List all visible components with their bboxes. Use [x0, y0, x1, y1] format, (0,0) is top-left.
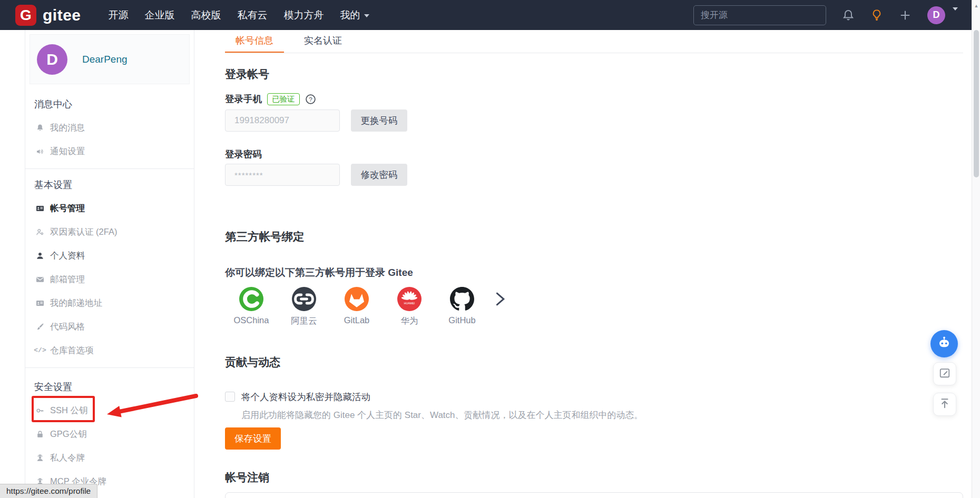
tabbar-divider [225, 53, 963, 53]
navbar-user-avatar[interactable]: D [927, 6, 945, 24]
provider-huawei[interactable]: HUAWEI 华为 [383, 287, 436, 327]
scrollbar-thumb[interactable] [974, 30, 979, 177]
bell-icon [35, 124, 45, 132]
sidebar-item-profile[interactable]: 个人资料 [25, 244, 194, 267]
sidebar-item-2fa[interactable]: 双因素认证 (2FA) [25, 220, 194, 244]
password-input[interactable] [225, 164, 340, 186]
provider-oschina[interactable]: OSChina [225, 287, 278, 327]
login-account-heading: 登录帐号 [225, 67, 269, 82]
third-party-providers: OSChina 阿里云 GitLab HU [225, 287, 488, 327]
nav-link-enterprise[interactable]: 企业版 [145, 8, 175, 22]
navbar-right: D [693, 0, 980, 30]
svg-text:HUAWEI: HUAWEI [404, 302, 415, 305]
verified-badge: 已验证 [267, 93, 300, 105]
nav-link-education[interactable]: 高校版 [191, 8, 221, 22]
top-navbar: G gitee 开源 企业版 高校版 私有云 模力方舟 我的 D [0, 0, 980, 30]
contribution-heading: 贡献与动态 [225, 355, 280, 370]
private-profile-checkbox[interactable] [225, 392, 235, 402]
sidebar-username-link[interactable]: DearPeng [82, 54, 128, 65]
assistant-button[interactable] [930, 330, 958, 357]
status-url: https://gitee.com/profile [6, 486, 91, 496]
account-cancel-panel [225, 492, 963, 498]
gitee-logo[interactable]: G gitee [15, 5, 81, 26]
avatar-caret-down-icon[interactable] [949, 11, 958, 20]
sidebar-avatar[interactable]: D [37, 44, 67, 75]
sidebar-item-notification-settings[interactable]: 通知设置 [25, 140, 194, 163]
page-scrollbar[interactable]: ▲ [972, 0, 980, 498]
nav-link-mine[interactable]: 我的 [340, 8, 369, 22]
brush-icon [35, 323, 45, 331]
sidebar-item-personal-tokens[interactable]: 私人令牌 [25, 446, 194, 470]
tab-account-info[interactable]: 帐号信息 [225, 30, 284, 53]
sidebar-section-basic: 基本设置 帐号管理 双因素认证 (2FA) 个人资料 邮箱管理 我的邮递地址 代… [25, 168, 194, 367]
change-password-button[interactable]: 修改密码 [351, 164, 407, 186]
search-input[interactable] [693, 5, 826, 25]
account-cancel-heading: 帐号注销 [225, 470, 269, 485]
sidebar-item-email-management[interactable]: 邮箱管理 [25, 267, 194, 291]
sidebar-item-account-management[interactable]: 帐号管理 [25, 196, 194, 220]
plus-icon[interactable] [899, 9, 912, 22]
github-icon [450, 287, 474, 311]
section-header: 安全设置 [25, 375, 194, 399]
back-to-top-button[interactable] [933, 393, 956, 416]
sidebar-user-card: D DearPeng [30, 34, 190, 84]
huawei-icon: HUAWEI [397, 287, 422, 311]
assistant-robot-icon [936, 335, 952, 353]
user-secret-icon [35, 454, 45, 462]
key-icon [35, 406, 45, 415]
svg-text:?: ? [309, 95, 312, 103]
provider-aliyun[interactable]: 阿里云 [278, 287, 330, 327]
section-header: 基本设置 [25, 173, 194, 196]
nav-link-modelark[interactable]: 模力方舟 [284, 8, 324, 22]
provider-github[interactable]: GitHub [436, 287, 488, 327]
scrollbar-up-icon[interactable]: ▲ [972, 3, 980, 8]
sidebar-item-code-style[interactable]: 代码风格 [25, 315, 194, 338]
edit-icon [939, 367, 950, 381]
sidebar-section-security: 安全设置 SSH 公钥 GPG公钥 私人令牌 MCP 企业令牌 [25, 367, 194, 498]
sidebar-item-my-messages[interactable]: 我的消息 [25, 116, 194, 140]
phone-input[interactable] [225, 109, 340, 132]
change-phone-button[interactable]: 更换号码 [351, 109, 407, 132]
gitee-logo-mark: G [15, 5, 36, 26]
tab-realname-verification[interactable]: 实名认证 [293, 30, 352, 53]
users-icon [35, 228, 45, 236]
lightbulb-icon[interactable] [870, 9, 883, 22]
navbar-links: 开源 企业版 高校版 私有云 模力方舟 我的 [109, 8, 369, 22]
oschina-icon [239, 287, 263, 311]
aliyun-icon [292, 287, 316, 311]
code-icon: </> [35, 346, 45, 354]
user-icon [35, 252, 45, 260]
password-label-row: 登录密码 [225, 148, 262, 161]
bell-icon[interactable] [842, 9, 855, 22]
private-profile-label: 将个人资料设为私密并隐藏活动 [241, 391, 370, 403]
help-icon[interactable]: ? [305, 94, 316, 105]
provider-gitlab[interactable]: GitLab [330, 287, 383, 327]
phone-label-row: 登录手机 已验证 ? [225, 93, 316, 105]
arrow-to-top-icon [939, 397, 950, 411]
password-label: 登录密码 [225, 148, 262, 161]
save-settings-button[interactable]: 保存设置 [225, 427, 281, 450]
caret-down-icon [364, 14, 369, 17]
address-card-icon [35, 299, 45, 307]
section-header: 消息中心 [25, 93, 194, 116]
feedback-button[interactable] [933, 362, 956, 385]
providers-chevron-right-icon[interactable] [493, 291, 508, 309]
lock-icon [35, 430, 45, 439]
nav-link-opensource[interactable]: 开源 [109, 8, 129, 22]
phone-label: 登录手机 [225, 93, 262, 105]
profile-tabs: 帐号信息 实名认证 [225, 30, 352, 53]
speaker-icon [35, 147, 45, 156]
third-party-subheading: 你可以绑定以下第三方帐号用于登录 Gitee [225, 266, 413, 280]
mail-icon [35, 275, 45, 284]
gitlab-icon [345, 287, 369, 311]
sidebar-item-repo-preferences[interactable]: </> 仓库首选项 [25, 338, 194, 362]
browser-status-bubble: https://gitee.com/profile [0, 484, 97, 498]
settings-sidebar: D DearPeng 消息中心 我的消息 通知设置 基本设置 帐号管理 双因素认… [25, 30, 194, 498]
sidebar-item-mailing-address[interactable]: 我的邮递地址 [25, 291, 194, 315]
third-party-heading: 第三方帐号绑定 [225, 229, 305, 244]
sidebar-item-ssh-keys[interactable]: SSH 公钥 [25, 399, 194, 422]
gitee-logo-text: gitee [43, 6, 81, 24]
sidebar-section-messages: 消息中心 我的消息 通知设置 [25, 88, 194, 168]
nav-link-private-cloud[interactable]: 私有云 [238, 8, 268, 22]
sidebar-item-gpg-keys[interactable]: GPG公钥 [25, 422, 194, 446]
